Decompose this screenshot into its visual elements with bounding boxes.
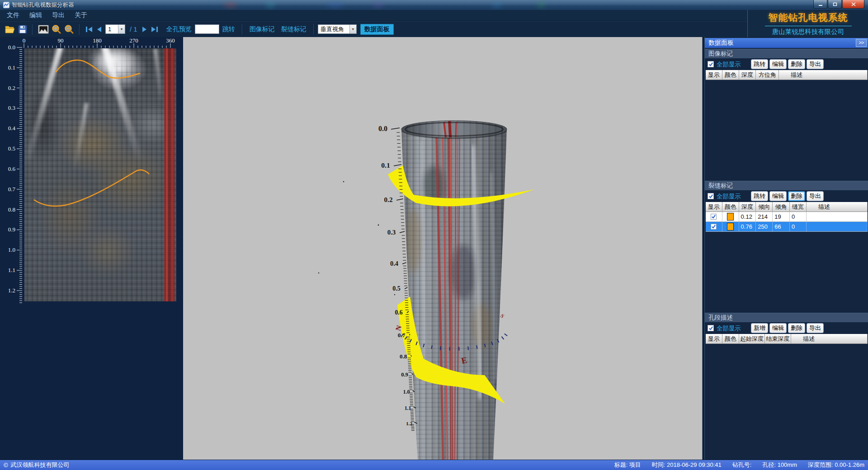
hole_sections-删除-button[interactable]: 删除 (788, 323, 805, 333)
svg-text:0.8: 0.8 (400, 353, 407, 360)
column-header-显示: 显示 (706, 334, 722, 344)
window-title: 智能钻孔电视数据分析器 (12, 1, 74, 9)
show-all-label[interactable]: 全部显示 (717, 61, 741, 69)
jump-button[interactable]: 跳转 (222, 25, 235, 33)
image_marks-删除-button[interactable]: 删除 (788, 59, 805, 69)
view-angle-select[interactable]: 垂直视角 ▼ (318, 24, 357, 34)
close-button[interactable] (842, 0, 864, 9)
borehole-wall-image[interactable] (24, 48, 176, 301)
minimize-button[interactable] (813, 0, 827, 9)
table-row[interactable]: 0.12214190 (706, 212, 868, 222)
next-page-icon[interactable] (142, 26, 148, 33)
company-name: 唐山莱锐思科技有限公司 (772, 28, 844, 36)
collapse-panel-button[interactable]: >> (856, 39, 867, 47)
zoom-out-icon[interactable] (64, 24, 74, 34)
first-page-icon[interactable] (85, 26, 93, 33)
status-field: 时间: 2018-06-29 09:30:41 (652, 461, 722, 469)
svg-text:0.7: 0.7 (398, 332, 406, 338)
menu-item-文件[interactable]: 文件 (2, 11, 24, 19)
maximize-button[interactable] (828, 0, 842, 9)
row-visible-checkbox[interactable] (711, 214, 717, 220)
fracture_marks-删除-button[interactable]: 删除 (788, 191, 805, 201)
hole_sections-编辑-button[interactable]: 编辑 (769, 323, 787, 333)
fracture_marks-编辑-button[interactable]: 编辑 (769, 191, 787, 201)
svg-text:270: 270 (129, 37, 138, 44)
red-stripe (455, 123, 456, 460)
column-header-深度: 深度 (739, 70, 756, 80)
show-all-label[interactable]: 全部显示 (717, 324, 741, 333)
svg-text:0: 0 (23, 37, 26, 44)
hole_sections-导出-button[interactable]: 导出 (807, 323, 824, 333)
column-header-缝宽: 缝宽 (790, 202, 807, 212)
fracture-mark-tool-button[interactable]: 裂缝标记 (281, 25, 307, 33)
image-mark-tool-button[interactable]: 图像标记 (250, 25, 275, 33)
fracture_marks-导出-button[interactable]: 导出 (807, 191, 824, 201)
column-header-显示: 显示 (706, 202, 722, 212)
chevron-down-icon[interactable]: ▼ (349, 25, 356, 33)
svg-text:1.1: 1.1 (8, 267, 15, 273)
column-header-显示: 显示 (706, 70, 722, 80)
page-number-select[interactable]: 1 ▼ (105, 24, 125, 34)
jump-depth-input[interactable] (195, 24, 219, 34)
color-swatch[interactable] (727, 213, 734, 221)
row-visible-checkbox[interactable] (711, 224, 717, 230)
toolbar: 1 ▼ / 1 全孔预览 跳转 图像标记 裂缝标记 垂直视角 ▼ 数据面板 (0, 21, 868, 37)
toolbar-separator (32, 24, 33, 35)
hole_sections-新增-button[interactable]: 新增 (751, 323, 768, 333)
borehole-3d-view[interactable]: 0.00.10.20.30.40.50.60.70.80.91.01.11.2 … (183, 37, 702, 460)
section-title: 孔段描述 (705, 313, 868, 322)
cell: 0 (790, 222, 807, 231)
table-row[interactable]: 0.76250660 (706, 222, 868, 232)
glass-blob (323, 2, 347, 8)
chevron-down-icon[interactable]: ▼ (118, 25, 125, 33)
status-field: 孔径: 100mm (762, 461, 797, 469)
borehole-image-panel[interactable]: 0901802703600.00.10.20.30.40.50.60.70.80… (0, 37, 183, 460)
fracture-curves-overlay (24, 48, 176, 301)
glass-blob (491, 2, 503, 8)
toolbar-separator (79, 24, 80, 35)
show-all-checkbox[interactable] (708, 193, 714, 199)
column-header-颜色: 颜色 (722, 70, 739, 80)
svg-text:0.2: 0.2 (384, 196, 393, 203)
menu-item-编辑[interactable]: 编辑 (24, 11, 47, 19)
status-bar: © 武汉领航科技有限公司 标题: 项目时间: 2018-06-29 09:30:… (0, 460, 868, 470)
show-all-label[interactable]: 全部显示 (717, 193, 741, 201)
toolbar-separator (242, 24, 243, 35)
svg-text:1.2: 1.2 (8, 287, 15, 294)
column-header-颜色: 颜色 (722, 334, 739, 344)
table-body: 0.122141900.76250660 (706, 212, 868, 232)
cell: 0.12 (739, 212, 756, 221)
cell (807, 222, 868, 231)
fracture_marks-跳转-button[interactable]: 跳转 (751, 191, 768, 201)
application-window: 智能钻孔电视数据分析器 文件编辑导出关于 1 ▼ / 1 全孔预览 跳转 图像标… (0, 0, 868, 470)
color-swatch[interactable] (727, 223, 734, 230)
branding: 智能钻孔电视系统 唐山莱锐思科技有限公司 (747, 10, 868, 37)
image_marks-跳转-button[interactable]: 跳转 (751, 59, 768, 69)
cell: 66 (773, 222, 790, 231)
menu-item-导出[interactable]: 导出 (47, 11, 70, 19)
svg-text:1.1: 1.1 (405, 405, 411, 411)
column-header-方位角: 方位角 (756, 70, 779, 80)
column-header-描述: 描述 (807, 202, 868, 212)
status-field: 标题: 项目 (614, 461, 641, 469)
image-preview-icon[interactable] (38, 25, 49, 34)
menu-item-关于[interactable]: 关于 (70, 11, 92, 19)
last-page-icon[interactable] (151, 26, 159, 33)
zoom-in-icon[interactable] (52, 24, 61, 34)
image_marks-编辑-button[interactable]: 编辑 (769, 59, 787, 69)
show-all-checkbox[interactable] (708, 325, 714, 331)
full-hole-preview-button[interactable]: 全孔预览 (166, 25, 192, 33)
prev-page-icon[interactable] (96, 26, 102, 33)
cell: 0 (790, 212, 807, 221)
data-panel-toggle-button[interactable]: 数据面板 (360, 24, 394, 35)
show-all-checkbox[interactable] (708, 61, 714, 67)
image_marks-导出-button[interactable]: 导出 (807, 59, 824, 69)
svg-text:0.4: 0.4 (8, 125, 16, 132)
status-field: 深度范围: 0.00-1.26m (808, 461, 864, 469)
svg-text:0.5: 0.5 (392, 285, 401, 292)
copyright-icon: © (4, 462, 8, 469)
cell: 214 (756, 212, 773, 221)
open-file-icon[interactable] (5, 25, 15, 34)
table-header: 显示颜色深度倾向倾角缝宽描述 (706, 202, 868, 212)
save-icon[interactable] (18, 25, 27, 34)
